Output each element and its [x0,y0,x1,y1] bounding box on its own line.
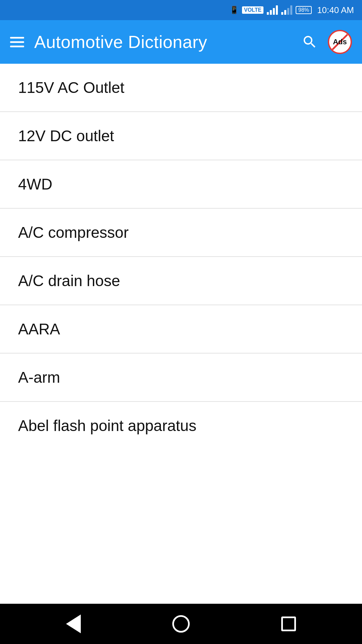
ads-block-button[interactable]: Ads [328,30,352,54]
volte-badge: VOLTE [242,6,263,14]
list-item-label: AARA [18,320,60,338]
status-bar: 📱 VOLTE 98% 10:40 AM [0,0,362,20]
search-button[interactable] [302,34,318,50]
home-icon [172,615,190,633]
list-item[interactable]: 115V AC Outlet [0,64,362,112]
list-item[interactable]: Abel flash point apparatus [0,402,362,449]
recent-icon [281,616,296,631]
list-item-label: 12V DC outlet [18,127,114,145]
list-item[interactable]: 4WD [0,160,362,209]
app-title: Automotive Dictionary [34,32,292,52]
list-item[interactable]: A/C compressor [0,209,362,257]
signal-bars-2 [281,5,292,15]
signal-bars-1 [267,5,278,15]
list-item[interactable]: A-arm [0,354,362,402]
list-item-label: Abel flash point apparatus [18,417,196,434]
nav-back-button[interactable] [61,609,86,639]
list-item-label: 4WD [18,175,52,193]
list-item[interactable]: A/C drain hose [0,257,362,305]
app-bar: Automotive Dictionary Ads [0,20,362,64]
menu-button[interactable] [10,37,24,47]
list-item-label: A/C drain hose [18,272,120,289]
list-item[interactable]: AARA [0,305,362,354]
list-item[interactable]: 12V DC outlet [0,112,362,160]
nav-recent-button[interactable] [276,611,301,637]
status-icons: 📱 VOLTE 98% 10:40 AM [230,5,354,15]
list-item-label: A/C compressor [18,224,129,241]
list-item-label: 115V AC Outlet [18,79,124,96]
nav-home-button[interactable] [167,610,195,638]
dictionary-list: 115V AC Outlet 12V DC outlet 4WD A/C com… [0,64,362,604]
status-time: 10:40 AM [317,5,354,15]
phone-icon: 📱 [230,6,239,14]
ads-icon-label: Ads [333,38,347,46]
nav-bar [0,604,362,644]
battery-indicator: 98% [296,6,312,14]
list-item-label: A-arm [18,369,60,386]
back-icon [66,614,81,633]
